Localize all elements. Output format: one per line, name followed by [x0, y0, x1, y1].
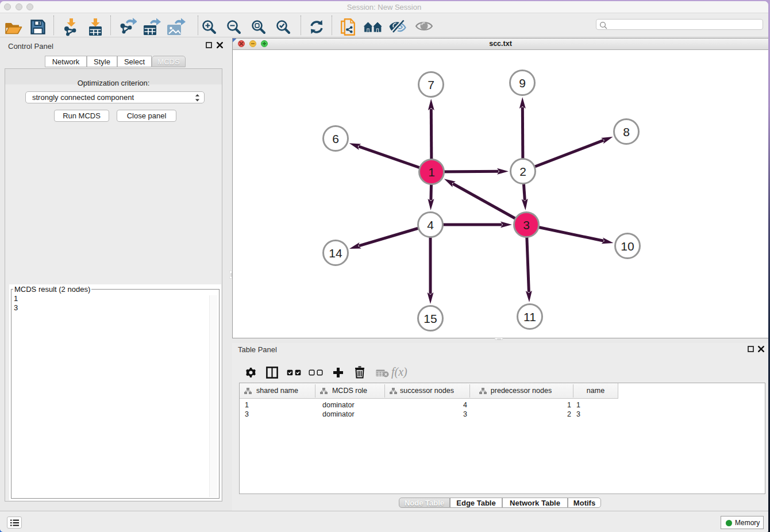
svg-text:3: 3 — [523, 218, 530, 232]
svg-text:11: 11 — [523, 310, 536, 323]
svg-text:4: 4 — [427, 218, 434, 232]
svg-text:14: 14 — [329, 246, 342, 260]
svg-text:6: 6 — [332, 132, 339, 145]
svg-text:10: 10 — [621, 240, 634, 253]
svg-text:8: 8 — [623, 125, 630, 138]
svg-text:1: 1 — [428, 165, 435, 179]
svg-text:15: 15 — [424, 312, 437, 325]
svg-text:7: 7 — [428, 78, 434, 91]
svg-text:2: 2 — [519, 165, 526, 178]
svg-text:9: 9 — [519, 76, 526, 90]
